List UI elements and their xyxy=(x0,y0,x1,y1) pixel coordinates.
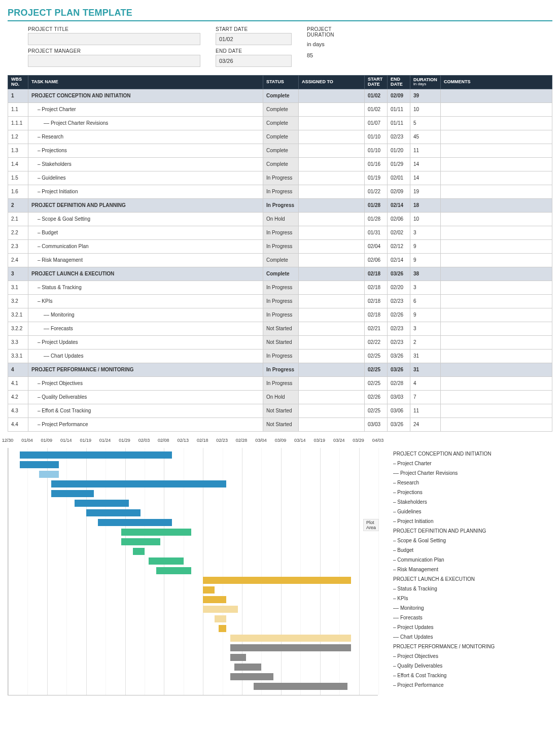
cell-status[interactable]: Complete xyxy=(263,102,299,116)
table-row: 1.4– StakeholdersComplete01/1601/2914 xyxy=(8,157,552,171)
cell-comments[interactable] xyxy=(441,212,552,226)
cell-status[interactable]: On Hold xyxy=(263,390,299,404)
cell-assigned[interactable] xyxy=(299,130,365,144)
cell-comments[interactable] xyxy=(441,144,552,157)
cell-duration: 3 xyxy=(410,281,441,294)
cell-comments[interactable] xyxy=(441,89,552,102)
cell-comments[interactable] xyxy=(441,198,552,212)
cell-task: – Status & Tracking xyxy=(28,281,263,294)
cell-assigned[interactable] xyxy=(299,157,365,171)
cell-status[interactable]: Complete xyxy=(263,144,299,157)
end-date-input[interactable]: 03/26 xyxy=(216,55,292,67)
cell-assigned[interactable] xyxy=(299,363,365,376)
table-row: 2.2– BudgetIn Progress01/3102/023 xyxy=(8,226,552,239)
cell-comments[interactable] xyxy=(441,390,552,404)
cell-assigned[interactable] xyxy=(299,226,365,239)
cell-duration: 3 xyxy=(410,226,441,239)
cell-comments[interactable] xyxy=(441,116,552,130)
cell-status[interactable]: In Progress xyxy=(263,171,299,185)
cell-assigned[interactable] xyxy=(299,253,365,267)
cell-status[interactable]: In Progress xyxy=(263,198,299,212)
cell-comments[interactable] xyxy=(441,349,552,363)
col-status: STATUS xyxy=(263,76,299,89)
cell-status[interactable]: On Hold xyxy=(263,212,299,226)
cell-wbs: 3 xyxy=(8,267,28,281)
cell-comments[interactable] xyxy=(441,335,552,349)
cell-assigned[interactable] xyxy=(299,116,365,130)
cell-task: – Scope & Goal Setting xyxy=(28,212,263,226)
cell-status[interactable]: In Progress xyxy=(263,239,299,253)
cell-status[interactable]: In Progress xyxy=(263,281,299,294)
cell-status[interactable]: In Progress xyxy=(263,226,299,239)
cell-comments[interactable] xyxy=(441,130,552,144)
cell-comments[interactable] xyxy=(441,157,552,171)
cell-comments[interactable] xyxy=(441,171,552,185)
legend-item: – Project Objectives xyxy=(393,651,552,661)
cell-comments[interactable] xyxy=(441,363,552,376)
cell-assigned[interactable] xyxy=(299,267,365,281)
cell-comments[interactable] xyxy=(441,308,552,322)
cell-status[interactable]: Not Started xyxy=(263,404,299,417)
cell-status[interactable]: Complete xyxy=(263,253,299,267)
cell-status[interactable]: In Progress xyxy=(263,308,299,322)
cell-status[interactable]: Not Started xyxy=(263,335,299,349)
cell-assigned[interactable] xyxy=(299,144,365,157)
cell-status[interactable]: Complete xyxy=(263,116,299,130)
cell-comments[interactable] xyxy=(441,267,552,281)
gantt-row xyxy=(8,643,378,652)
cell-task: – KPIs xyxy=(28,294,263,308)
cell-assigned[interactable] xyxy=(299,171,365,185)
cell-assigned[interactable] xyxy=(299,322,365,335)
start-date-input[interactable]: 01/02 xyxy=(216,33,292,45)
project-manager-input[interactable] xyxy=(28,55,200,67)
cell-assigned[interactable] xyxy=(299,185,365,198)
cell-assigned[interactable] xyxy=(299,390,365,404)
cell-comments[interactable] xyxy=(441,294,552,308)
cell-assigned[interactable] xyxy=(299,198,365,212)
cell-assigned[interactable] xyxy=(299,349,365,363)
cell-comments[interactable] xyxy=(441,102,552,116)
cell-start: 02/26 xyxy=(365,390,388,404)
cell-comments[interactable] xyxy=(441,281,552,294)
cell-comments[interactable] xyxy=(441,417,552,431)
cell-wbs: 4.1 xyxy=(8,376,28,390)
cell-comments[interactable] xyxy=(441,253,552,267)
cell-status[interactable]: In Progress xyxy=(263,376,299,390)
cell-status[interactable]: Complete xyxy=(263,157,299,171)
cell-task: –– Chart Updates xyxy=(28,349,263,363)
cell-assigned[interactable] xyxy=(299,239,365,253)
cell-status[interactable]: Complete xyxy=(263,267,299,281)
cell-assigned[interactable] xyxy=(299,89,365,102)
cell-status[interactable]: In Progress xyxy=(263,363,299,376)
cell-assigned[interactable] xyxy=(299,335,365,349)
cell-assigned[interactable] xyxy=(299,212,365,226)
gantt-bar xyxy=(219,625,226,632)
table-row: 4.4– Project PerformanceNot Started03/03… xyxy=(8,417,552,431)
cell-assigned[interactable] xyxy=(299,308,365,322)
cell-assigned[interactable] xyxy=(299,376,365,390)
cell-status[interactable]: Not Started xyxy=(263,417,299,431)
cell-comments[interactable] xyxy=(441,404,552,417)
cell-status[interactable]: In Progress xyxy=(263,185,299,198)
cell-assigned[interactable] xyxy=(299,404,365,417)
cell-duration: 31 xyxy=(410,363,441,376)
cell-status[interactable]: Complete xyxy=(263,130,299,144)
cell-status[interactable]: Complete xyxy=(263,89,299,102)
cell-comments[interactable] xyxy=(441,239,552,253)
axis-tick: 02/28 xyxy=(236,438,248,443)
cell-assigned[interactable] xyxy=(299,417,365,431)
cell-comments[interactable] xyxy=(441,185,552,198)
gantt-bar xyxy=(75,500,129,507)
project-title-input[interactable] xyxy=(28,33,200,45)
cell-assigned[interactable] xyxy=(299,281,365,294)
cell-comments[interactable] xyxy=(441,376,552,390)
legend-item: –– Project Charter Revisions xyxy=(393,468,552,478)
cell-wbs: 3.1 xyxy=(8,281,28,294)
cell-assigned[interactable] xyxy=(299,102,365,116)
cell-status[interactable]: Not Started xyxy=(263,322,299,335)
cell-comments[interactable] xyxy=(441,226,552,239)
cell-status[interactable]: In Progress xyxy=(263,349,299,363)
cell-comments[interactable] xyxy=(441,322,552,335)
cell-status[interactable]: In Progress xyxy=(263,294,299,308)
cell-assigned[interactable] xyxy=(299,294,365,308)
